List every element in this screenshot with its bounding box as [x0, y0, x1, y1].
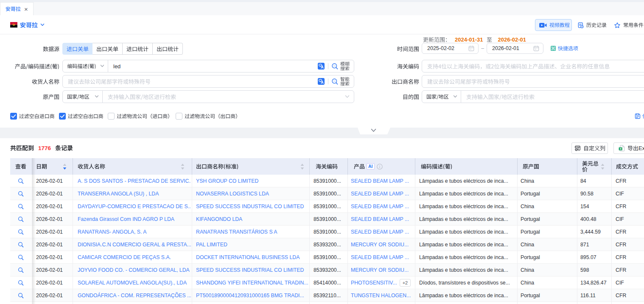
- svg-text:X: X: [620, 148, 622, 150]
